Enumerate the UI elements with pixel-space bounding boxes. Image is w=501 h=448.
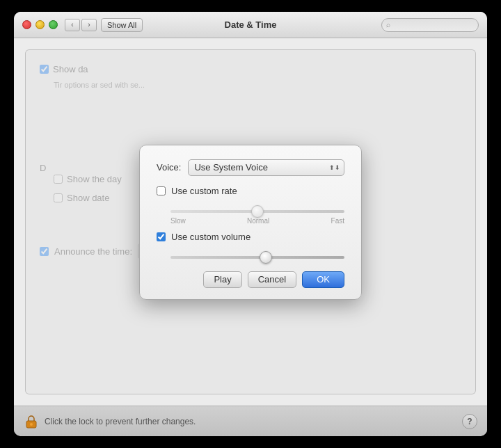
- cancel-button[interactable]: Cancel: [248, 271, 296, 288]
- play-button[interactable]: Play: [203, 271, 241, 288]
- modal-buttons: Play Cancel OK: [157, 271, 344, 288]
- prefs-panel: Show da Tir options ar sed with se... D …: [25, 49, 476, 394]
- title-bar: ‹ › Show All Date & Time ⌕: [14, 12, 487, 38]
- rate-slider-container: Slow Normal Fast: [170, 203, 344, 225]
- custom-rate-row: Use custom rate: [157, 186, 344, 196]
- search-icon: ⌕: [386, 21, 390, 29]
- rate-fast-label: Fast: [331, 217, 344, 225]
- nav-back-button[interactable]: ‹: [65, 19, 80, 31]
- ok-button[interactable]: OK: [302, 271, 344, 288]
- nav-buttons: ‹ ›: [65, 19, 97, 31]
- window-title: Date & Time: [225, 19, 277, 30]
- bottom-bar: Click the lock to prevent further change…: [14, 406, 487, 436]
- rate-slider-labels: Slow Normal Fast: [170, 217, 344, 225]
- custom-volume-checkbox[interactable]: [157, 232, 166, 241]
- volume-slider-container: [170, 249, 344, 262]
- rate-normal-label: Normal: [247, 217, 269, 225]
- rate-slider[interactable]: [170, 210, 344, 213]
- custom-rate-checkbox[interactable]: [157, 186, 166, 195]
- custom-volume-label: Use custom volume: [171, 232, 250, 242]
- close-button[interactable]: [22, 20, 31, 29]
- traffic-lights: [22, 20, 58, 29]
- voice-dropdown[interactable]: Use System Voice Agnes Alex Allison Ava: [188, 159, 344, 176]
- custom-volume-row: Use custom volume: [157, 232, 344, 242]
- main-window: ‹ › Show All Date & Time ⌕ Show da Tir o…: [14, 12, 487, 436]
- rate-slow-label: Slow: [170, 217, 186, 225]
- lock-icon[interactable]: [24, 414, 39, 429]
- minimize-button[interactable]: [35, 20, 45, 29]
- voice-label: Voice:: [157, 162, 181, 173]
- customize-voice-modal: Voice: Use System Voice Agnes Alex Allis…: [139, 145, 362, 300]
- voice-row: Voice: Use System Voice Agnes Alex Allis…: [157, 159, 344, 176]
- volume-slider[interactable]: [170, 256, 344, 259]
- lock-text: Click the lock to prevent further change…: [45, 417, 196, 426]
- main-content: Show da Tir options ar sed with se... D …: [14, 38, 487, 406]
- search-box[interactable]: ⌕: [381, 18, 479, 32]
- custom-rate-label: Use custom rate: [171, 186, 237, 196]
- voice-dropdown-wrapper: Use System Voice Agnes Alex Allison Ava …: [188, 159, 344, 176]
- nav-forward-button[interactable]: ›: [81, 19, 97, 31]
- maximize-button[interactable]: [49, 20, 58, 29]
- show-all-button[interactable]: Show All: [101, 18, 143, 32]
- svg-point-1: [30, 423, 33, 426]
- help-button[interactable]: ?: [462, 414, 477, 429]
- modal-overlay: Voice: Use System Voice Agnes Alex Allis…: [26, 50, 475, 394]
